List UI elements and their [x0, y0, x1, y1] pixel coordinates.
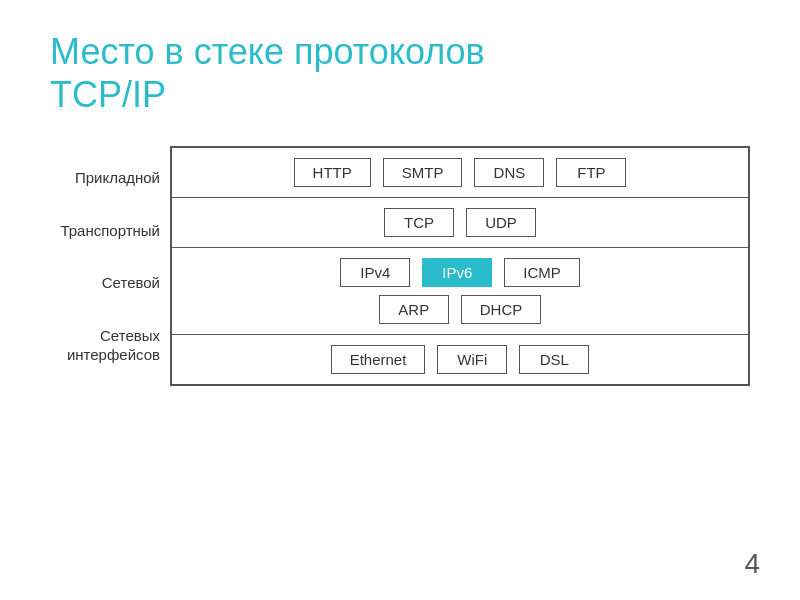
proto-http: HTTP	[294, 158, 371, 187]
proto-dsl: DSL	[519, 345, 589, 374]
protocol-diagram: HTTP SMTP DNS FTP TCP UDP IPv4 IPv6 ICMP…	[170, 146, 750, 386]
proto-ftp: FTP	[556, 158, 626, 187]
proto-icmp: ICMP	[504, 258, 580, 287]
slide-title: Место в стеке протоколов TCP/IP	[50, 30, 750, 116]
proto-arp: ARP	[379, 295, 449, 324]
proto-udp: UDP	[466, 208, 536, 237]
content-area: Прикладной Транспортный Сетевой Сетевыхи…	[50, 146, 750, 386]
interface-layer-row: Ethernet WiFi DSL	[172, 335, 748, 384]
proto-dns: DNS	[474, 158, 544, 187]
labels-column: Прикладной Транспортный Сетевой Сетевыхи…	[50, 146, 170, 386]
proto-smtp: SMTP	[383, 158, 463, 187]
slide: Место в стеке протоколов TCP/IP Прикладн…	[0, 0, 800, 600]
proto-dhcp: DHCP	[461, 295, 542, 324]
label-network: Сетевой	[50, 273, 160, 293]
network-row-1: IPv4 IPv6 ICMP	[340, 258, 580, 287]
network-row-2: ARP DHCP	[379, 295, 542, 324]
label-interface: Сетевыхинтерфейсов	[50, 326, 160, 365]
proto-ipv4: IPv4	[340, 258, 410, 287]
proto-ethernet: Ethernet	[331, 345, 426, 374]
label-transport: Транспортный	[50, 221, 160, 241]
application-layer-row: HTTP SMTP DNS FTP	[172, 148, 748, 198]
network-layer-rows: IPv4 IPv6 ICMP ARP DHCP	[172, 248, 748, 335]
label-application: Прикладной	[50, 168, 160, 188]
page-number: 4	[744, 548, 760, 580]
proto-wifi: WiFi	[437, 345, 507, 374]
transport-layer-row: TCP UDP	[172, 198, 748, 248]
proto-tcp: TCP	[384, 208, 454, 237]
proto-ipv6: IPv6	[422, 258, 492, 287]
